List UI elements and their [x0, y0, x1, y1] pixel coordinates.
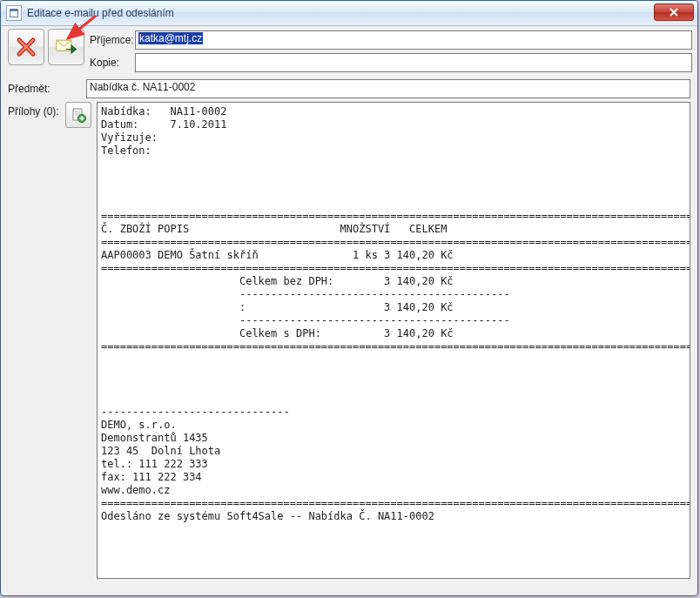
- cancel-icon: [15, 36, 37, 58]
- send-button[interactable]: [48, 29, 84, 65]
- add-attachment-icon: [71, 107, 86, 123]
- close-button[interactable]: [654, 3, 694, 21]
- close-icon: [670, 8, 678, 17]
- add-attachment-button[interactable]: [65, 102, 91, 128]
- email-edit-dialog: Editace e-mailu před odesláním: [0, 0, 698, 596]
- app-icon: [6, 5, 22, 21]
- subject-label: Předmět:: [8, 83, 86, 95]
- window-title: Editace e-mailu před odesláním: [27, 7, 174, 19]
- cc-label: Kopie:: [90, 57, 135, 69]
- titlebar[interactable]: Editace e-mailu před odesláním: [1, 1, 697, 26]
- cc-input[interactable]: [135, 53, 692, 72]
- subject-input[interactable]: Nabídka č. NA11-0002: [86, 79, 690, 98]
- recipient-label: Příjemce:: [90, 34, 135, 46]
- message-body[interactable]: Nabídka: NA11-0002 Datum: 7.10.2011 Vyři…: [97, 102, 690, 579]
- send-mail-icon: [55, 36, 77, 58]
- recipient-input[interactable]: katka@mtj.cz: [135, 30, 692, 50]
- cancel-button[interactable]: [8, 29, 44, 65]
- attachments-label: Přílohy (0):: [8, 102, 65, 118]
